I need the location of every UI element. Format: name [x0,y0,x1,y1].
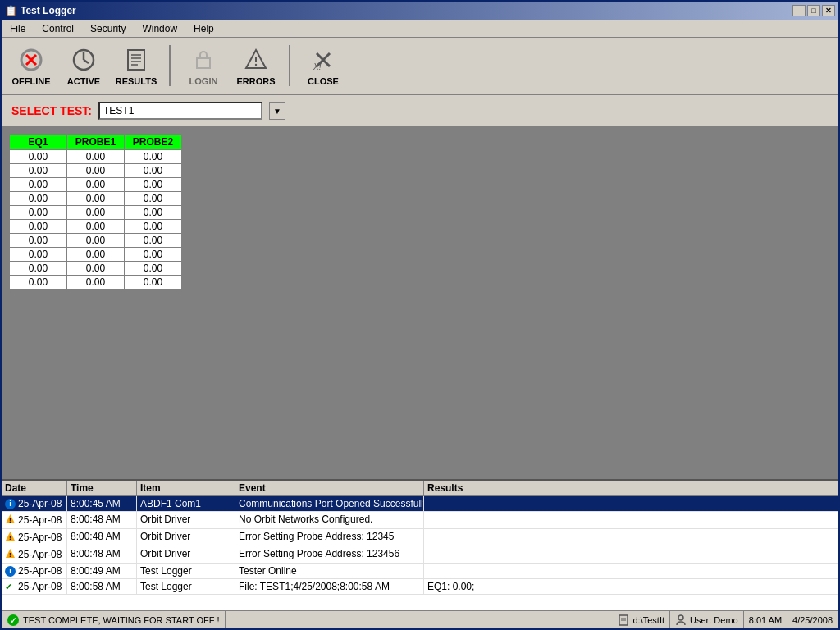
table-cell: 0.00 [67,276,125,290]
table-cell: 0.00 [10,150,67,164]
table-cell: 0.00 [10,206,67,220]
offline-label: OFFLINE [11,76,50,86]
menu-file[interactable]: File [5,21,30,36]
title-bar: 📋 Test Logger – □ ✕ [2,2,838,20]
status-filepath-section: d:\TestIt [613,611,670,628]
offline-icon [16,45,46,75]
log-cell-date: i25-Apr-08 [2,496,67,511]
table-cell: 0.00 [10,248,67,262]
data-table-body: 0.000.000.000.000.000.000.000.000.000.00… [10,150,182,290]
menu-help[interactable]: Help [189,21,219,36]
table-cell: 0.00 [67,164,125,178]
table-cell: 0.00 [125,192,182,206]
col-header-eq1: EQ1 [10,135,67,150]
col-header-probe2: PROBE2 [125,135,182,150]
data-table: EQ1 PROBE1 PROBE2 0.000.000.000.000.000.… [9,134,182,290]
active-label: ACTIVE [67,76,100,86]
active-button[interactable]: ACTIVE [61,41,107,90]
log-cell-time: 8:00:48 AM [67,546,137,563]
results-label: RESULTS [116,76,158,86]
active-icon [69,45,98,75]
svg-text:X!: X! [313,62,322,71]
status-date: 4/25/2008 [792,615,833,625]
table-cell: 0.00 [125,178,182,192]
login-label: LOGIN [189,76,218,86]
table-cell: 0.00 [125,220,182,234]
log-cell-time: 8:00:49 AM [67,564,137,578]
log-col-date: Date [2,481,67,495]
select-test-dropdown[interactable]: ▼ [269,102,285,120]
log-row[interactable]: !25-Apr-088:00:48 AMOrbit DriverError Se… [2,529,838,546]
log-panel: Date Time Item Event Results i25-Apr-088… [2,479,838,610]
close-button[interactable]: X! CLOSE [300,41,346,90]
status-time-section: 8:01 AM [744,611,788,628]
log-header: Date Time Item Event Results [2,481,838,496]
log-col-event: Event [235,481,424,495]
results-button[interactable]: RESULTS [113,41,159,90]
table-cell: 0.00 [10,220,67,234]
table-cell: 0.00 [125,262,182,276]
svg-rect-6 [128,50,144,70]
log-cell-time: 8:00:48 AM [67,529,137,546]
svg-point-29 [678,615,683,620]
log-row[interactable]: !25-Apr-088:00:48 AMOrbit DriverError Se… [2,546,838,564]
table-cell: 0.00 [67,248,125,262]
log-cell-time: 8:00:58 AM [67,579,137,594]
table-cell: 0.00 [10,164,67,178]
status-date-section: 4/25/2008 [788,611,838,628]
menu-security[interactable]: Security [85,21,130,36]
select-test-input[interactable] [98,102,262,120]
log-cell-item: Orbit Driver [137,512,235,528]
table-cell: 0.00 [10,276,67,290]
login-icon [189,45,218,75]
errors-button[interactable]: ERRORS [233,41,279,90]
offline-button[interactable]: OFFLINE [8,41,54,90]
log-row[interactable]: i25-Apr-088:00:45 AMABDF1 Com1Communicat… [2,496,838,512]
warning-icon: ! [5,548,18,561]
status-user: User: Demo [690,615,738,625]
log-cell-event: Error Setting Probe Address: 123456 [235,546,424,563]
log-row[interactable]: !25-Apr-088:00:48 AMOrbit DriverNo Orbit… [2,512,838,529]
log-cell-item: Test Logger [137,564,235,578]
menu-control[interactable]: Control [37,21,79,36]
table-row: 0.000.000.00 [10,206,182,220]
log-cell-event: File: TEST1;4/25/2008;8:00:58 AM [235,579,424,594]
close-label: CLOSE [308,76,339,86]
login-button: LOGIN [180,41,226,90]
svg-rect-11 [197,58,210,68]
log-row[interactable]: i25-Apr-088:00:49 AMTest LoggerTester On… [2,564,838,579]
results-icon [121,45,151,75]
table-cell: 0.00 [67,262,125,276]
select-test-label: SELECT TEST: [11,104,92,117]
log-cell-item: Orbit Driver [137,529,235,546]
log-cell-item: ABDF1 Com1 [137,496,235,511]
log-cell-event: Error Setting Probe Address: 12345 [235,529,424,546]
log-cell-results [424,564,838,578]
table-cell: 0.00 [10,178,67,192]
toolbar-separator [169,45,171,86]
toolbar-separator-2 [289,45,290,86]
log-cell-results [424,529,838,546]
data-table-wrapper: EQ1 PROBE1 PROBE2 0.000.000.000.000.000.… [8,133,183,290]
log-cell-results [424,512,838,528]
svg-text:!: ! [9,534,11,541]
table-cell: 0.00 [10,192,67,206]
user-icon [675,614,687,626]
log-col-item: Item [137,481,235,495]
table-row: 0.000.000.00 [10,276,182,290]
menu-window[interactable]: Window [137,21,182,36]
log-row[interactable]: ✔25-Apr-088:00:58 AMTest LoggerFile: TES… [2,579,838,595]
minimize-button[interactable]: – [792,5,806,16]
close-window-button[interactable]: ✕ [822,5,835,16]
table-cell: 0.00 [10,262,67,276]
table-row: 0.000.000.00 [10,178,182,192]
status-message-section: ✓ TEST COMPLETE, WAITING FOR START OFF ! [2,611,226,628]
restore-button[interactable]: □ [807,5,820,16]
menu-bar: File Control Security Window Help [2,20,838,38]
log-cell-results: EQ1: 0.00; [424,579,838,594]
table-cell: 0.00 [67,150,125,164]
select-test-row: SELECT TEST: ▼ [2,95,838,126]
table-row: 0.000.000.00 [10,234,182,248]
svg-point-14 [255,64,257,66]
table-cell: 0.00 [125,234,182,248]
